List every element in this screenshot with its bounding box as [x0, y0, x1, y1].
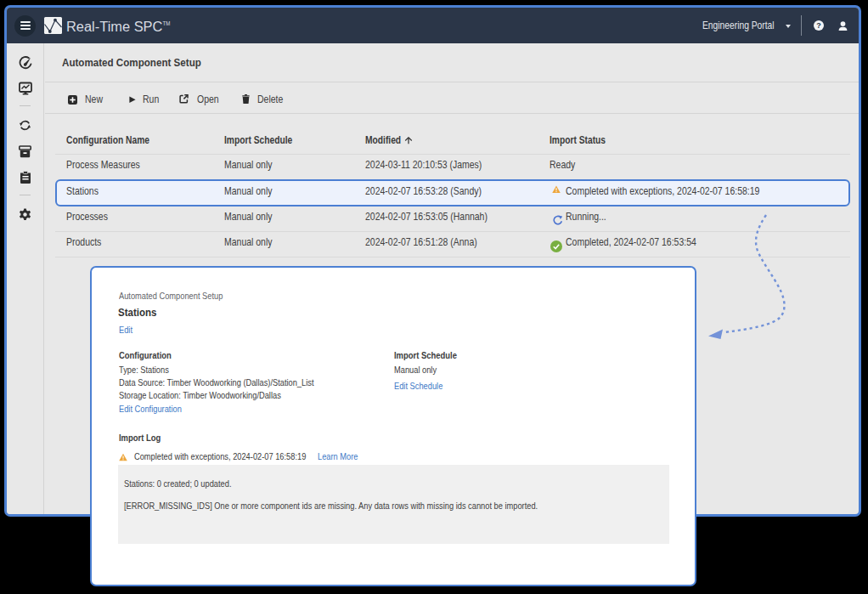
- svg-text:?: ?: [816, 21, 821, 30]
